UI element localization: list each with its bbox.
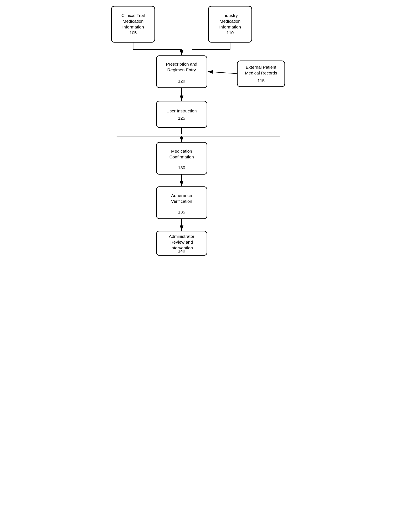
industry-box <box>208 6 252 42</box>
adherence-num: 135 <box>178 210 185 214</box>
adherence-label2: Verification <box>171 199 192 204</box>
administrator-label: Administrator <box>169 234 194 239</box>
medication-confirmation-label2: Confirmation <box>169 155 194 159</box>
external-records-label: External Patient <box>245 65 276 69</box>
medication-confirmation-label: Medication <box>171 149 192 153</box>
clinical-trial-label3: Information <box>122 24 144 29</box>
user-instruction-box <box>157 101 207 127</box>
adherence-label: Adherence <box>171 193 192 198</box>
clinical-trial-label2: Medication <box>122 19 144 23</box>
clinical-trial-label: Clinical Trial <box>121 13 145 18</box>
external-records-label2: Medical Records <box>245 70 277 75</box>
prescription-num: 120 <box>178 79 185 83</box>
diagram-container: Clinical Trial Medication Information 10… <box>105 0 291 260</box>
administrator-num: 140 <box>178 249 185 253</box>
clinical-trial-num: 105 <box>129 30 137 35</box>
industry-label: Industry <box>222 13 238 18</box>
industry-label3: Information <box>219 24 241 29</box>
clinical-trial-box <box>111 6 155 42</box>
medication-confirmation-num: 130 <box>178 165 185 170</box>
industry-label2: Medication <box>220 19 241 23</box>
industry-num: 110 <box>226 30 233 35</box>
prescription-label: Prescription and <box>166 62 197 66</box>
administrator-label2: Review and <box>170 240 193 244</box>
flowchart-svg: Clinical Trial Medication Information 10… <box>105 0 291 260</box>
external-records-num: 115 <box>257 78 265 83</box>
user-instruction-num: 125 <box>178 116 185 121</box>
svg-line-6 <box>208 72 237 74</box>
prescription-label2: Regimen Entry <box>167 67 196 72</box>
user-instruction-label: User Instruction <box>166 109 197 113</box>
